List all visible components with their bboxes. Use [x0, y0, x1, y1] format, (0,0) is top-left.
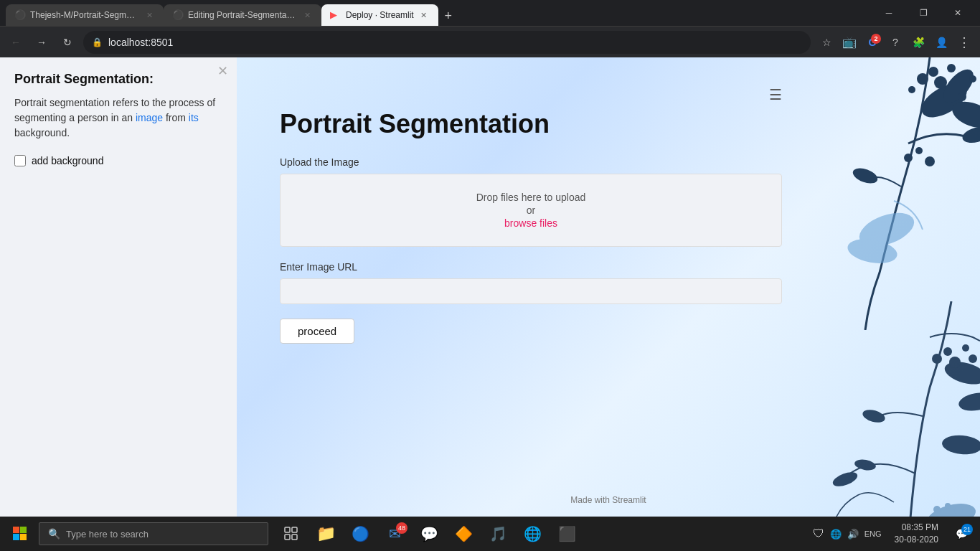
restore-button[interactable]: ❐	[907, 2, 940, 24]
github-favicon-2: ⚫	[172, 9, 184, 21]
content-wrapper: ☰ Portrait Segmentation Upload the Image…	[280, 86, 782, 344]
svg-point-21	[943, 347, 952, 356]
svg-point-31	[954, 507, 963, 515]
upload-label: Upload the Image	[280, 156, 782, 168]
svg-point-18	[957, 390, 980, 413]
svg-rect-39	[292, 534, 297, 540]
cast-icon[interactable]: 📺	[839, 32, 859, 52]
svg-point-3	[917, 73, 928, 85]
tab-label-3: Deploy · Streamlit	[346, 10, 414, 20]
svg-point-27	[854, 458, 877, 472]
tab-close-2[interactable]: ✕	[301, 9, 313, 21]
sidebar: ✕ Portrait Segmentation: Portrait segmen…	[0, 57, 237, 517]
tab-label-1: Thejesh-M/Portrait-Segmentatio...	[30, 10, 139, 20]
svg-point-16	[846, 235, 899, 267]
svg-point-26	[831, 469, 859, 489]
add-background-label[interactable]: add background	[32, 155, 103, 166]
tab-label-2: Editing Portrait-Segmentation/R...	[188, 10, 297, 20]
new-tab-button[interactable]: +	[438, 6, 458, 26]
svg-point-2	[948, 97, 980, 133]
reload-button[interactable]: ↻	[57, 32, 77, 52]
network-tray-icon[interactable]: 🌐	[830, 529, 842, 540]
messenger-icon[interactable]: ✉ 48	[379, 518, 410, 550]
tab-bar: ⚫ Thejesh-M/Portrait-Segmentatio... ✕ ⚫ …	[6, 0, 870, 26]
svg-point-29	[933, 506, 941, 513]
github-favicon-1: ⚫	[14, 9, 26, 21]
search-icon: 🔍	[48, 528, 60, 540]
url-input[interactable]	[280, 278, 782, 304]
svg-point-5	[934, 76, 947, 89]
svg-point-30	[945, 503, 951, 509]
help-icon[interactable]: ?	[885, 32, 905, 52]
svg-point-11	[851, 165, 880, 186]
search-bar[interactable]: 🔍 Type here to search	[39, 522, 268, 545]
notification-count-badge: 21	[961, 524, 973, 535]
start-button[interactable]	[3, 517, 37, 551]
svg-rect-35	[20, 534, 27, 540]
tab-streamlit[interactable]: ▶ Deploy · Streamlit ✕	[321, 4, 438, 26]
file-explorer-icon[interactable]: 📁	[310, 518, 341, 550]
windows-logo-icon	[13, 527, 27, 541]
svg-rect-32	[13, 527, 19, 533]
skype-icon[interactable]: 💬	[413, 518, 445, 550]
url-label: Enter Image URL	[280, 261, 782, 273]
svg-rect-33	[20, 527, 27, 533]
vlc-icon[interactable]: 🔶	[448, 518, 479, 550]
forward-button[interactable]: →	[32, 32, 52, 52]
sidebar-title: Portrait Segmentation:	[14, 72, 222, 87]
taskbar: 🔍 Type here to search 📁 🔵 ✉ 48 💬 🔶 🎵	[0, 517, 980, 551]
minimize-button[interactable]: ─	[872, 2, 905, 24]
window-controls: ─ ❐ ✕	[872, 2, 974, 24]
language-indicator[interactable]: ENG	[864, 529, 882, 538]
svg-point-23	[962, 344, 969, 352]
system-clock[interactable]: 08:35 PM 30-08-2020	[889, 522, 944, 546]
browser-toolbar: ← → ↻ 🔒 localhost:8501 ☆ 📺 G 2 ? 🧩 👤 ⋮	[0, 26, 980, 57]
tab-github-2[interactable]: ⚫ Editing Portrait-Segmentation/R... ✕	[164, 4, 321, 26]
streamlit-favicon: ▶	[330, 9, 341, 21]
svg-point-7	[908, 86, 915, 93]
svg-point-22	[949, 357, 961, 368]
made-with-streamlit: Made with Streamlit	[570, 495, 646, 505]
page-title: Portrait Segmentation	[280, 109, 782, 139]
svg-point-20	[932, 354, 942, 364]
svg-point-24	[969, 354, 977, 363]
add-background-checkbox[interactable]	[14, 155, 26, 166]
security-tray-icon[interactable]: 🛡	[813, 527, 824, 540]
svg-point-17	[942, 358, 980, 389]
add-background-row: add background	[14, 155, 222, 166]
email-badge: 48	[396, 522, 407, 534]
sidebar-close-button[interactable]: ✕	[217, 63, 228, 79]
tab-close-1[interactable]: ✕	[143, 9, 155, 21]
svg-point-9	[969, 75, 976, 83]
address-bar[interactable]: 🔒 localhost:8501	[83, 31, 811, 54]
bookmark-star-icon[interactable]: ☆	[816, 32, 837, 52]
notification-center-button[interactable]: 💬 21	[946, 518, 977, 550]
spotify-icon[interactable]: 🎵	[482, 518, 514, 550]
proceed-button[interactable]: proceed	[280, 319, 354, 344]
extensions-icon[interactable]: 🧩	[908, 32, 928, 52]
profile-icon[interactable]: 👤	[931, 32, 951, 52]
search-placeholder: Type here to search	[66, 529, 149, 540]
svg-rect-36	[285, 527, 290, 532]
terminal-icon[interactable]: ⬛	[551, 518, 583, 550]
hamburger-menu[interactable]: ☰	[769, 86, 782, 103]
tab-close-3[interactable]: ✕	[418, 9, 430, 21]
menu-icon[interactable]: ⋮	[954, 32, 974, 52]
task-view-icon[interactable]	[275, 518, 307, 550]
chrome-icon[interactable]: 🌐	[517, 518, 548, 550]
upload-dropzone[interactable]: Drop files here to upload or browse file…	[280, 174, 782, 247]
its-link[interactable]: its	[189, 112, 199, 123]
svg-point-6	[947, 64, 956, 72]
volume-tray-icon[interactable]: 🔊	[847, 529, 859, 540]
google-icon[interactable]: G 2	[862, 32, 882, 52]
svg-point-19	[941, 434, 980, 456]
address-text: localhost:8501	[108, 37, 173, 48]
back-button[interactable]: ←	[6, 32, 26, 52]
close-button[interactable]: ✕	[941, 2, 974, 24]
tab-github-1[interactable]: ⚫ Thejesh-M/Portrait-Segmentatio... ✕	[6, 4, 164, 26]
browse-files-link[interactable]: browse files	[504, 217, 557, 229]
browser-titlebar: ⚫ Thejesh-M/Portrait-Segmentatio... ✕ ⚫ …	[0, 0, 980, 26]
edge-browser-icon[interactable]: 🔵	[344, 518, 376, 550]
image-link[interactable]: image	[136, 112, 163, 123]
sidebar-description: Portrait segmentation refers to the proc…	[14, 95, 222, 141]
